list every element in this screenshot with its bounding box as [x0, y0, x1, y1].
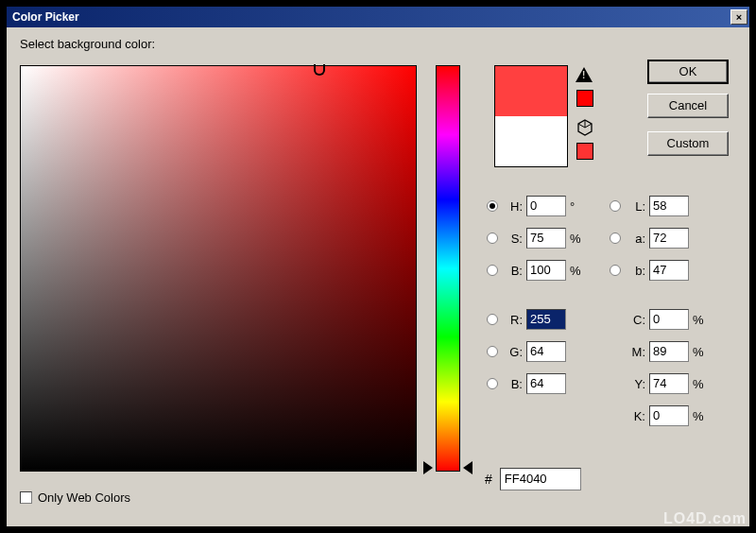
- r-label: R:: [502, 313, 523, 327]
- m-row: M: 89 %: [625, 339, 708, 364]
- b-hsb-row: B: 100 %: [487, 258, 585, 283]
- y-input[interactable]: 74: [649, 373, 689, 394]
- r-radio[interactable]: [487, 314, 498, 325]
- y-label: Y:: [625, 377, 645, 391]
- m-unit: %: [693, 345, 708, 359]
- b-lab-label: b:: [625, 264, 645, 278]
- r-row: R: 255: [487, 307, 566, 332]
- m-input[interactable]: 89: [649, 341, 689, 362]
- k-label: K:: [625, 409, 645, 423]
- hue-slider[interactable]: [436, 65, 460, 472]
- b-rgb-label: B:: [502, 377, 523, 391]
- b-hsb-unit: %: [570, 264, 585, 278]
- h-radio[interactable]: [487, 200, 498, 212]
- g-input[interactable]: 64: [526, 341, 566, 362]
- l-input[interactable]: 58: [649, 196, 689, 216]
- a-label: a:: [625, 232, 645, 246]
- g-radio[interactable]: [487, 346, 498, 357]
- gamut-warning-icon[interactable]: [576, 67, 594, 84]
- m-label: M:: [625, 345, 645, 359]
- l-row: L: 58: [610, 194, 689, 218]
- h-unit: °: [570, 199, 585, 214]
- s-unit: %: [570, 232, 585, 246]
- l-label: L:: [625, 199, 645, 214]
- web-safe-icon[interactable]: [576, 118, 594, 137]
- k-unit: %: [693, 409, 708, 423]
- titlebar[interactable]: Color Picker ×: [7, 7, 749, 27]
- window-title: Color Picker: [12, 10, 730, 24]
- ok-button[interactable]: OK: [647, 60, 729, 84]
- s-input[interactable]: 75: [526, 228, 566, 249]
- web-colors-checkbox[interactable]: [20, 491, 32, 504]
- color-preview: [494, 65, 568, 167]
- hex-input[interactable]: FF4040: [500, 468, 581, 490]
- b-rgb-radio[interactable]: [487, 378, 498, 389]
- s-label: S:: [502, 232, 523, 246]
- b-lab-input[interactable]: 47: [649, 260, 689, 281]
- h-label: H:: [502, 199, 523, 214]
- b-lab-radio[interactable]: [610, 265, 621, 276]
- b-hsb-radio[interactable]: [487, 265, 498, 276]
- c-row: C: 0 %: [625, 307, 708, 332]
- hue-arrow-right-icon[interactable]: [463, 461, 472, 474]
- hue-arrow-left-icon[interactable]: [423, 461, 433, 474]
- svg-line-3: [585, 124, 592, 128]
- b-hsb-input[interactable]: 100: [526, 260, 566, 281]
- s-radio[interactable]: [487, 232, 498, 244]
- web-colors-row[interactable]: Only Web Colors: [20, 490, 130, 505]
- a-input[interactable]: 72: [649, 228, 689, 249]
- r-input[interactable]: 255: [526, 309, 566, 330]
- preview-old-color: [495, 116, 567, 166]
- hex-prefix: #: [485, 472, 492, 487]
- c-label: C:: [625, 313, 645, 327]
- s-row: S: 75 %: [487, 226, 585, 250]
- watermark: LO4D.com: [663, 510, 747, 527]
- c-unit: %: [693, 313, 708, 327]
- prompt-label: Select background color:: [20, 37, 736, 51]
- b-rgb-row: B: 64: [487, 371, 566, 396]
- l-radio[interactable]: [610, 200, 621, 212]
- gamut-swatch[interactable]: [576, 90, 593, 107]
- y-unit: %: [693, 377, 708, 391]
- h-input[interactable]: 0: [526, 196, 566, 216]
- hex-row: # FF4040: [485, 468, 581, 490]
- b-lab-row: b: 47: [610, 258, 689, 283]
- b-hsb-label: B:: [502, 264, 523, 278]
- b-rgb-input[interactable]: 64: [526, 373, 566, 394]
- h-row: H: 0 °: [487, 194, 585, 218]
- preview-new-color: [495, 66, 567, 116]
- close-button[interactable]: ×: [730, 9, 747, 25]
- a-radio[interactable]: [610, 232, 621, 244]
- sv-cursor[interactable]: [314, 64, 325, 76]
- y-row: Y: 74 %: [625, 371, 708, 396]
- svg-line-2: [578, 124, 585, 128]
- web-safe-swatch[interactable]: [576, 143, 593, 160]
- custom-button[interactable]: Custom: [647, 131, 729, 156]
- k-row: K: 0 %: [625, 404, 708, 428]
- web-colors-label: Only Web Colors: [38, 490, 130, 505]
- g-row: G: 64: [487, 339, 566, 364]
- saturation-value-field[interactable]: [20, 65, 417, 472]
- cancel-button[interactable]: Cancel: [647, 94, 729, 118]
- k-input[interactable]: 0: [649, 405, 689, 426]
- c-input[interactable]: 0: [649, 309, 689, 330]
- g-label: G:: [502, 345, 523, 359]
- color-picker-dialog: Color Picker × Select background color: …: [6, 6, 750, 527]
- a-row: a: 72: [610, 226, 689, 250]
